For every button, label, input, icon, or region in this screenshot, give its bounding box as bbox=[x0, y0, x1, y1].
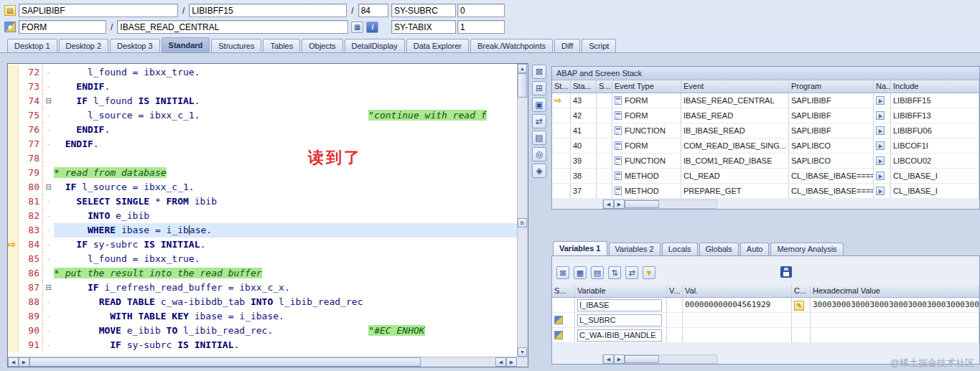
code-line-text[interactable]: ENDIF. bbox=[54, 137, 517, 151]
tab-diff[interactable]: Diff bbox=[554, 39, 580, 52]
tab-variables-1[interactable]: Variables 1 bbox=[553, 241, 607, 255]
tab-desktop-3[interactable]: Desktop 3 bbox=[110, 39, 160, 52]
tab-tables[interactable]: Tables bbox=[263, 39, 300, 52]
code-line-text[interactable]: WITH TABLE KEY ibase = i_ibase. bbox=[54, 309, 517, 324]
swap-layout-icon[interactable]: ⇄ bbox=[532, 114, 546, 128]
scroll-right-icon[interactable]: ▶ bbox=[614, 199, 625, 209]
code-line-text[interactable]: IF i_refresh_read_buffer = ibxx_c_x. bbox=[54, 281, 517, 295]
breakpoint-margin[interactable] bbox=[8, 309, 19, 324]
navigate-icon[interactable] bbox=[876, 172, 885, 180]
create-session-icon[interactable]: ⊞ bbox=[532, 81, 546, 95]
breakpoint-margin[interactable] bbox=[8, 65, 19, 80]
stack-row[interactable]: ⇨43FORMIBASE_READ_CENTRALSAPLIBIBFLIBIBF… bbox=[552, 93, 979, 108]
variables-column-header[interactable]: Hexadecimal Value bbox=[811, 285, 979, 297]
breakpoint-margin[interactable] bbox=[8, 194, 19, 209]
structure-display-icon[interactable]: ◈ bbox=[532, 164, 546, 178]
stack-column-header[interactable]: Event Type bbox=[612, 80, 681, 93]
copy-layout-icon[interactable]: ▣ bbox=[532, 98, 546, 112]
show-list-icon[interactable]: ▤ bbox=[532, 131, 546, 145]
variable-cell-name[interactable]: L_SUBRC bbox=[575, 313, 667, 327]
breakpoint-margin[interactable] bbox=[8, 295, 19, 309]
tab-memory-analysis[interactable]: Memory Analysis bbox=[770, 243, 843, 255]
scroll-right-icon[interactable]: ▶ bbox=[506, 357, 517, 367]
code-line-text[interactable]: * put the result into the read buffer bbox=[54, 266, 517, 281]
navigate-icon[interactable] bbox=[876, 141, 885, 150]
code-line-text[interactable]: l_source = ibxx_c_1. "continue with read… bbox=[54, 108, 517, 123]
tab-data-explorer[interactable]: Data Explorer bbox=[406, 39, 469, 52]
horizontal-scroll-thumb[interactable] bbox=[625, 200, 659, 208]
breakpoint-margin[interactable] bbox=[8, 281, 19, 295]
breakpoint-margin[interactable] bbox=[8, 209, 19, 223]
transfer-icon[interactable]: ⇄ bbox=[625, 266, 638, 279]
variables-column-header[interactable]: Variable bbox=[575, 285, 667, 297]
code-line-text[interactable]: * read from database bbox=[54, 166, 517, 180]
breakpoint-margin[interactable] bbox=[8, 137, 19, 151]
code-line-text[interactable]: IF l_source = ibxx_c_1. bbox=[54, 180, 517, 194]
stack-row[interactable]: 41FUNCTIONIB_IBASE_READSAPLIBIBFLIBIBFU0… bbox=[552, 123, 979, 138]
edit-pencil-icon[interactable]: ✎ bbox=[794, 301, 804, 311]
code-line-text[interactable]: IF sy-subrc IS INITIAL. bbox=[54, 238, 517, 252]
editor-vertical-scrollbar[interactable]: ▲ ⊞ ▼ bbox=[517, 64, 528, 357]
editor-horizontal-scrollbar[interactable]: ◀ ▶ ◀ ▶ bbox=[8, 357, 528, 367]
variable-cell-name[interactable]: I_IBASE bbox=[575, 298, 667, 312]
stack-column-header[interactable]: Na... bbox=[874, 80, 891, 93]
code-line-text[interactable]: SELECT SINGLE * FROM ibib bbox=[54, 194, 517, 209]
horizontal-scroll-thumb[interactable] bbox=[625, 355, 659, 363]
stack-horizontal-scrollbar[interactable]: ◀ ▶ bbox=[602, 199, 717, 209]
breakpoint-margin[interactable] bbox=[8, 151, 19, 166]
breakpoint-margin[interactable] bbox=[8, 108, 19, 123]
table-view-icon[interactable]: ▦ bbox=[574, 266, 587, 279]
stack-row[interactable]: 37METHODPREPARE_GETCL_IBASE_IBASE======C… bbox=[552, 184, 979, 199]
stack-column-header[interactable]: Sta... bbox=[571, 80, 597, 93]
tab-desktop-2[interactable]: Desktop 2 bbox=[59, 39, 109, 52]
code-line-text[interactable]: IF sy-subrc IS INITIAL. bbox=[54, 338, 517, 352]
vertical-scroll-track[interactable] bbox=[518, 227, 528, 348]
info-icon[interactable]: i bbox=[366, 22, 378, 33]
scroll-up-icon[interactable]: ▲ bbox=[518, 64, 527, 73]
scroll-left-icon[interactable]: ◀ bbox=[8, 357, 19, 367]
tab-auto[interactable]: Auto bbox=[740, 243, 770, 255]
filter-icon[interactable]: ▼ bbox=[643, 266, 655, 279]
split-screen-icon[interactable]: ⊞ bbox=[518, 218, 527, 227]
breakpoint-margin[interactable] bbox=[8, 80, 19, 94]
variable-row[interactable]: I_IBASE000000000004561929✎30003000300030… bbox=[552, 298, 979, 313]
variable-row[interactable]: C_WA-IBIB_HANDLE bbox=[552, 328, 979, 343]
tab-objects[interactable]: Objects bbox=[302, 39, 342, 52]
sy-subrc-value[interactable] bbox=[457, 4, 505, 17]
breakpoint-margin[interactable] bbox=[8, 180, 19, 194]
code-line-text[interactable]: IF l_found IS INITIAL. bbox=[54, 94, 517, 108]
navigate-icon[interactable] bbox=[876, 111, 885, 120]
navigate-icon[interactable] bbox=[876, 156, 885, 165]
scroll-left-icon[interactable]: ◀ bbox=[603, 354, 614, 364]
variable-name-box[interactable]: L_SUBRC bbox=[577, 314, 662, 327]
stack-column-header[interactable]: Event bbox=[681, 80, 789, 93]
variable-row[interactable]: L_SUBRC bbox=[552, 313, 979, 328]
navigate-icon[interactable] bbox=[876, 187, 885, 195]
sy-tabix-value[interactable] bbox=[457, 20, 505, 34]
code-line-text[interactable]: l_found = ibxx_true. bbox=[54, 252, 517, 266]
variables-column-header[interactable]: C... bbox=[792, 285, 811, 297]
scroll-down-icon[interactable]: ▼ bbox=[518, 347, 527, 357]
variable-name-box[interactable]: I_IBASE bbox=[577, 299, 662, 311]
event-type-input[interactable] bbox=[19, 20, 106, 34]
scroll-right-icon[interactable]: ▶ bbox=[614, 354, 625, 364]
breakpoint-margin[interactable] bbox=[8, 94, 19, 108]
code-line-text[interactable]: l_found = ibxx_true. bbox=[54, 65, 517, 80]
tab-globals[interactable]: Globals bbox=[699, 243, 739, 255]
breakpoint-margin[interactable] bbox=[8, 223, 19, 238]
fold-marker[interactable]: ⊟ bbox=[43, 180, 54, 194]
navigate-icon[interactable] bbox=[876, 126, 885, 135]
horizontal-scroll-thumb[interactable] bbox=[29, 357, 421, 367]
code-line-text[interactable]: ENDIF. bbox=[54, 80, 517, 94]
tab-locals[interactable]: Locals bbox=[662, 243, 698, 255]
fold-marker[interactable]: ⊟ bbox=[43, 281, 54, 295]
delete-variable-icon[interactable]: ⊠ bbox=[556, 266, 569, 279]
stack-row[interactable]: 38METHODCL_READCL_IBASE_IBASE======CL_IB… bbox=[552, 169, 979, 184]
sort-icon[interactable]: ⇅ bbox=[608, 266, 621, 279]
navigate-icon[interactable] bbox=[876, 96, 885, 105]
line-number-input[interactable] bbox=[358, 4, 388, 17]
sy-tabix-field[interactable] bbox=[391, 20, 456, 34]
breakpoint-margin[interactable] bbox=[8, 166, 19, 180]
stack-column-header[interactable]: St... bbox=[552, 80, 571, 93]
variables-column-header[interactable]: S... bbox=[552, 285, 575, 297]
